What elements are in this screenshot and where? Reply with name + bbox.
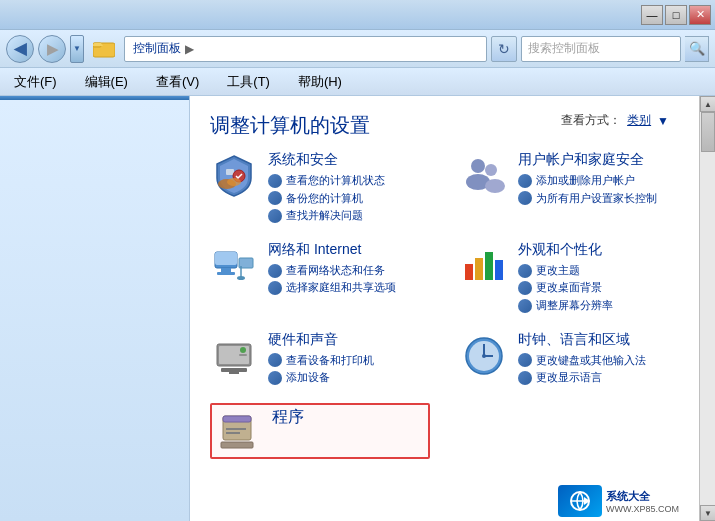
user-accounts-title[interactable]: 用户帐户和家庭安全 <box>518 151 657 169</box>
svg-rect-17 <box>465 264 473 280</box>
user-accounts-icon <box>460 151 508 199</box>
bullet-icon <box>268 209 282 223</box>
bullet-icon <box>518 174 532 188</box>
bullet-icon <box>268 264 282 278</box>
scrollbar[interactable]: ▲ ▼ <box>699 96 715 521</box>
system-security-link-3[interactable]: 查找并解决问题 <box>268 207 385 225</box>
watermark-url: WWW.XP85.COM <box>606 504 679 514</box>
clock-icon <box>460 331 508 379</box>
view-mode-dropdown[interactable]: ▼ <box>657 114 669 128</box>
menu-help[interactable]: 帮助(H) <box>294 71 346 93</box>
programs-text: 程序 <box>272 407 304 431</box>
clock-link-1[interactable]: 更改键盘或其他输入法 <box>518 352 646 370</box>
refresh-button[interactable]: ↻ <box>491 36 517 62</box>
svg-point-5 <box>227 178 241 186</box>
history-dropdown-button[interactable]: ▼ <box>70 35 84 63</box>
hardware-link-1[interactable]: 查看设备和打印机 <box>268 352 374 370</box>
network-link-1[interactable]: 查看网络状态和任务 <box>268 262 396 280</box>
network-title[interactable]: 网络和 Internet <box>268 241 396 259</box>
hardware-text: 硬件和声音 查看设备和打印机 添加设备 <box>268 331 374 387</box>
bullet-icon <box>518 264 532 278</box>
appearance-link-1[interactable]: 更改主题 <box>518 262 613 280</box>
menu-view[interactable]: 查看(V) <box>152 71 203 93</box>
user-accounts-link-1[interactable]: 添加或删除用户帐户 <box>518 172 657 190</box>
bullet-icon <box>518 281 532 295</box>
menu-bar: 文件(F) 编辑(E) 查看(V) 工具(T) 帮助(H) <box>0 68 715 96</box>
system-security-icon <box>210 151 258 199</box>
appearance-link-3[interactable]: 调整屏幕分辨率 <box>518 297 613 315</box>
appearance-link-2[interactable]: 更改桌面背景 <box>518 279 613 297</box>
user-accounts-text: 用户帐户和家庭安全 添加或删除用户帐户 为所有用户设置家长控制 <box>518 151 657 207</box>
search-button[interactable]: 🔍 <box>685 36 709 62</box>
scroll-down-button[interactable]: ▼ <box>700 505 715 521</box>
title-bar: — □ ✕ <box>0 0 715 30</box>
svg-point-25 <box>240 347 246 353</box>
bullet-icon <box>518 371 532 385</box>
close-button[interactable]: ✕ <box>689 5 711 25</box>
user-accounts-link-2[interactable]: 为所有用户设置家长控制 <box>518 190 657 208</box>
bullet-icon <box>268 371 282 385</box>
appearance-icon <box>460 241 508 289</box>
bullet-icon <box>268 191 282 205</box>
programs-icon <box>214 407 262 455</box>
svg-rect-19 <box>485 252 493 280</box>
scroll-thumb[interactable] <box>701 112 715 152</box>
svg-point-31 <box>482 354 486 358</box>
system-security-title[interactable]: 系统和安全 <box>268 151 385 169</box>
content-area: 调整计算机的设置 查看方式： 类别 ▼ <box>190 96 699 521</box>
bullet-icon <box>518 299 532 313</box>
svg-rect-35 <box>226 432 240 434</box>
svg-rect-12 <box>221 268 231 272</box>
scroll-up-button[interactable]: ▲ <box>700 96 715 112</box>
menu-file[interactable]: 文件(F) <box>10 71 61 93</box>
network-link-2[interactable]: 选择家庭组和共享选项 <box>268 279 396 297</box>
bullet-icon <box>518 353 532 367</box>
svg-rect-26 <box>239 354 247 356</box>
svg-rect-34 <box>226 428 246 430</box>
list-item: 时钟、语言和区域 更改键盘或其他输入法 更改显示语言 <box>460 331 680 387</box>
breadcrumb-bar[interactable]: 控制面板 ▶ <box>124 36 487 62</box>
bullet-icon <box>268 281 282 295</box>
system-security-text: 系统和安全 查看您的计算机状态 备份您的计算机 查找并解决问题 <box>268 151 385 225</box>
back-button[interactable]: ◀ <box>6 35 34 63</box>
folder-icon <box>90 35 118 63</box>
hardware-title[interactable]: 硬件和声音 <box>268 331 374 349</box>
maximize-button[interactable]: □ <box>665 5 687 25</box>
bullet-icon <box>268 353 282 367</box>
appearance-text: 外观和个性化 更改主题 更改桌面背景 调整屏幕分辨率 <box>518 241 613 315</box>
scroll-track[interactable] <box>700 112 715 505</box>
main-area: 调整计算机的设置 查看方式： 类别 ▼ <box>0 96 715 521</box>
window-controls: — □ ✕ <box>641 5 711 25</box>
clock-link-2[interactable]: 更改显示语言 <box>518 369 646 387</box>
hardware-link-2[interactable]: 添加设备 <box>268 369 374 387</box>
search-box[interactable]: 搜索控制面板 <box>521 36 681 62</box>
svg-rect-36 <box>221 442 253 448</box>
breadcrumb-root: 控制面板 <box>133 40 181 57</box>
watermark-logo: 系统大全 <box>606 489 679 504</box>
menu-edit[interactable]: 编辑(E) <box>81 71 132 93</box>
svg-rect-20 <box>495 260 503 280</box>
appearance-title[interactable]: 外观和个性化 <box>518 241 613 259</box>
svg-rect-24 <box>229 372 239 374</box>
menu-tools[interactable]: 工具(T) <box>223 71 274 93</box>
svg-rect-18 <box>475 258 483 280</box>
view-mode-link[interactable]: 类别 <box>627 112 651 129</box>
system-security-link-1[interactable]: 查看您的计算机状态 <box>268 172 385 190</box>
bullet-icon <box>268 174 282 188</box>
svg-rect-33 <box>223 416 251 422</box>
system-security-link-2[interactable]: 备份您的计算机 <box>268 190 385 208</box>
svg-rect-11 <box>215 252 237 265</box>
list-item: 用户帐户和家庭安全 添加或删除用户帐户 为所有用户设置家长控制 <box>460 151 680 225</box>
address-bar: ◀ ▶ ▼ 控制面板 ▶ ↻ 搜索控制面板 🔍 <box>0 30 715 68</box>
breadcrumb-separator: ▶ <box>185 42 194 56</box>
view-mode-selector: 查看方式： 类别 ▼ <box>561 112 669 129</box>
view-label: 查看方式： <box>561 112 621 129</box>
minimize-button[interactable]: — <box>641 5 663 25</box>
list-item: 硬件和声音 查看设备和打印机 添加设备 <box>210 331 430 387</box>
clock-title[interactable]: 时钟、语言和区域 <box>518 331 646 349</box>
list-item: 网络和 Internet 查看网络状态和任务 选择家庭组和共享选项 <box>210 241 430 315</box>
search-placeholder: 搜索控制面板 <box>528 40 600 57</box>
forward-button[interactable]: ▶ <box>38 35 66 63</box>
programs-title[interactable]: 程序 <box>272 407 304 428</box>
svg-rect-13 <box>217 272 235 275</box>
